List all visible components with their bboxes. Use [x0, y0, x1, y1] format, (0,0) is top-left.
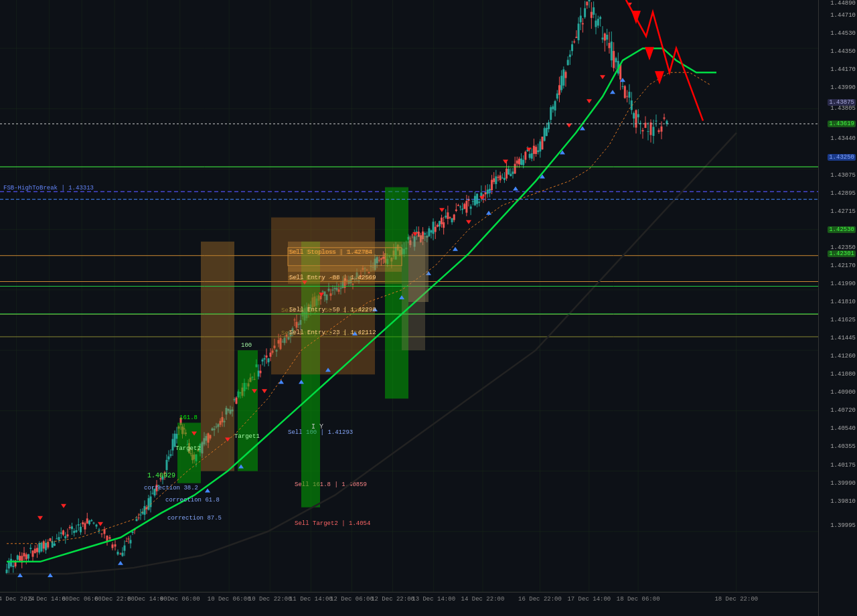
time-label: 14 Dec 22:00	[461, 596, 505, 603]
time-label: 17 Dec 14:00	[567, 596, 611, 603]
time-label: 9 Dec 06:00	[160, 596, 200, 603]
price-label: 1.42715	[830, 208, 856, 215]
time-label: 11 Dec 14:00	[289, 596, 333, 603]
price-label: 1.43805	[830, 105, 856, 112]
price-label: 1.39810	[830, 498, 856, 505]
price-label: 1.40355	[830, 443, 856, 450]
price-label: 1.43440	[830, 135, 856, 142]
price-label: 1.40540	[830, 425, 856, 432]
price-label: 1.39995	[830, 522, 856, 529]
price-label: 1.44170	[830, 66, 856, 73]
price-label: 1.42895	[830, 190, 856, 197]
time-label: 10 Dec 06:00	[208, 596, 251, 603]
time-label: 13 Dec 14:00	[412, 596, 455, 603]
price-label: 1.43250	[828, 154, 856, 161]
time-label: 18 Dec 06:00	[617, 596, 660, 603]
price-label: 1.43990	[830, 84, 856, 91]
price-label: 1.41810	[830, 299, 856, 305]
price-label: 1.39990	[830, 480, 856, 487]
chart-container: 1.448901.447101.445301.443501.441701.439…	[0, 0, 857, 616]
price-label: 1.43619	[828, 121, 856, 127]
price-label: 1.44530	[830, 30, 856, 37]
price-label: 1.41445	[830, 335, 856, 341]
price-scale: 1.448901.447101.445301.443501.441701.439…	[818, 0, 857, 616]
price-label: 1.41260	[830, 353, 856, 360]
price-label: 1.40720	[830, 407, 856, 414]
time-label: 10 Dec 22:00	[248, 596, 292, 603]
time-label: 12 Dec 22:00	[371, 596, 414, 603]
time-label: 16 Dec 22:00	[518, 596, 562, 603]
price-label: 1.42170	[830, 262, 856, 269]
price-label: 1.41990	[830, 281, 856, 287]
price-label: 1.43075	[830, 172, 856, 179]
time-label: 18 Dec 22:00	[714, 596, 758, 603]
price-label: 1.41625	[830, 317, 856, 323]
price-label: 1.44350	[830, 48, 856, 55]
price-label: 1.41080	[830, 371, 856, 378]
price-label: 1.40175	[830, 462, 856, 469]
price-label: 1.44710	[830, 12, 856, 19]
time-axis: 4 Dec 20245 Dec 14:006 Dec 06:006 Dec 22…	[0, 592, 818, 604]
price-label: 1.42530	[828, 226, 856, 233]
price-label: 1.44890	[830, 0, 856, 7]
time-label: 12 Dec 06:00	[330, 596, 374, 603]
price-label: 1.40900	[830, 389, 856, 396]
price-label: 1.42301	[828, 250, 856, 257]
